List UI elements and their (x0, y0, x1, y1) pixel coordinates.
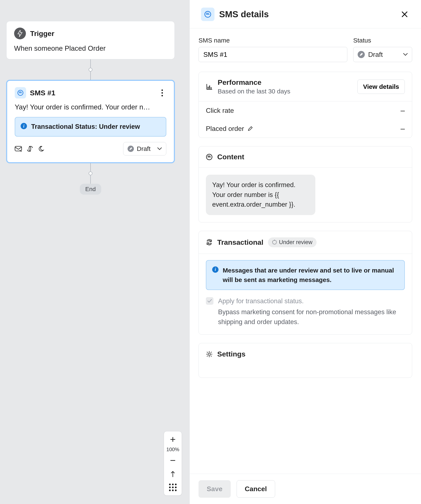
transactional-callout: i Messages that are under review and set… (206, 260, 405, 290)
callout-text: Messages that are under review and set t… (223, 266, 398, 284)
sms-name-input[interactable] (198, 47, 347, 62)
transactional-section: Transactional Under review i Messages th… (198, 231, 412, 335)
zoom-controls: 100% (164, 431, 182, 496)
metric-click-rate: Click rate – (199, 102, 412, 120)
transactional-title: Transactional (217, 238, 263, 246)
status-value: Draft (368, 51, 400, 59)
add-step-dot-2[interactable] (89, 172, 92, 175)
edit-icon[interactable] (247, 126, 253, 132)
flow-canvas[interactable]: Trigger When someone Placed Order (0, 0, 189, 504)
sms-card-title: SMS #1 (30, 89, 55, 97)
under-review-badge: Under review (268, 237, 317, 247)
card-status-label: Draft (137, 145, 150, 152)
checkbox-disabled (206, 297, 213, 305)
performance-section: Performance Based on the last 30 days Vi… (198, 72, 412, 138)
chevron-down-icon (403, 53, 408, 56)
apply-title: Apply for transactional status. (218, 296, 405, 306)
minimap-button[interactable] (169, 481, 177, 494)
trigger-title: Trigger (30, 30, 54, 38)
trigger-description: When someone Placed Order (14, 44, 167, 52)
chevron-down-icon (157, 147, 162, 150)
content-title: Content (217, 153, 244, 161)
status-select[interactable]: Draft (353, 47, 412, 62)
metric-value: – (401, 124, 405, 133)
performance-title: Performance (218, 78, 290, 86)
sms-preview-text: Yay! Your order is confirmed. Your order… (15, 103, 166, 111)
settings-title: Settings (217, 350, 246, 358)
card-menu-button[interactable] (158, 89, 166, 97)
info-icon: i (21, 123, 27, 129)
sms-icon (201, 8, 215, 21)
card-status-select[interactable]: Draft (123, 142, 166, 156)
metric-label: Click rate (206, 107, 234, 114)
end-badge: End (80, 184, 101, 195)
cancel-button[interactable]: Cancel (237, 480, 275, 498)
svg-point-7 (208, 353, 210, 355)
transactional-status-banner: i Transactional Status: Under review (15, 117, 166, 137)
sms-icon (15, 87, 26, 98)
zoom-level: 100% (166, 446, 179, 454)
metric-value: – (401, 106, 405, 115)
view-details-button[interactable]: View details (357, 79, 405, 94)
status-label: Status (353, 37, 412, 44)
content-section: Content Yay! Your order is confirmed. Yo… (198, 146, 412, 222)
apply-desc: Bypass marketing consent for non-promoti… (218, 307, 405, 327)
apply-transactional-option: Apply for transactional status. Bypass m… (206, 296, 405, 327)
gear-icon (206, 351, 213, 358)
bolt-icon (14, 28, 26, 39)
zoom-fit-button[interactable] (164, 467, 182, 481)
zoom-out-button[interactable] (164, 454, 182, 467)
moon-icon (38, 146, 44, 152)
details-panel: SMS details SMS name Status D (189, 0, 421, 504)
cycle-icon (206, 239, 213, 246)
svg-rect-4 (209, 85, 210, 89)
panel-title: SMS details (219, 9, 395, 19)
banner-text: Transactional Status: Under review (31, 122, 140, 132)
connector (89, 59, 92, 80)
pencil-icon (358, 51, 365, 58)
bar-chart-icon (206, 83, 213, 90)
settings-section[interactable]: Settings (198, 343, 412, 378)
info-icon: i (212, 266, 218, 273)
badge-label: Under review (279, 239, 312, 246)
trigger-card[interactable]: Trigger When someone Placed Order (6, 21, 175, 59)
sms-name-label: SMS name (198, 37, 347, 44)
svg-rect-5 (211, 87, 211, 89)
add-step-dot[interactable] (89, 68, 92, 72)
save-button: Save (198, 480, 231, 498)
performance-subtitle: Based on the last 30 days (218, 88, 290, 95)
sms-card[interactable]: SMS #1 Yay! Your order is confirmed. You… (6, 80, 175, 163)
connector-end (89, 163, 92, 184)
close-button[interactable] (400, 9, 410, 19)
metric-label: Placed order (206, 125, 244, 132)
svg-rect-3 (208, 87, 209, 89)
sms-content-bubble: Yay! Your order is confirmed. Your order… (206, 175, 315, 215)
pencil-icon (127, 146, 134, 152)
zoom-in-button[interactable] (164, 433, 182, 446)
metric-placed-order: Placed order – (199, 120, 412, 138)
mail-icon (15, 146, 22, 152)
svg-rect-1 (15, 146, 21, 151)
spinner-icon (272, 240, 277, 245)
sms-icon (206, 154, 213, 160)
link-icon (27, 145, 33, 152)
